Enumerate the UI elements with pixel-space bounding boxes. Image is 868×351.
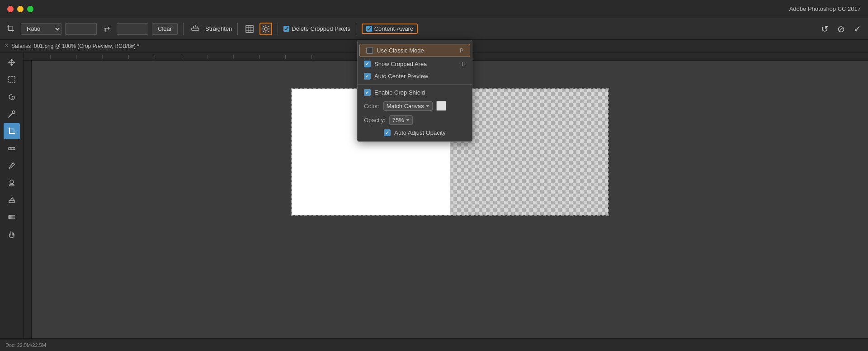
minimize-button[interactable]	[17, 6, 24, 12]
show-cropped-area-label: Show Cropped Area	[374, 61, 427, 67]
svg-point-9	[264, 28, 267, 30]
opacity-chevron-icon	[406, 119, 410, 121]
svg-rect-20	[9, 200, 14, 203]
eraser-tool-button[interactable]	[4, 192, 20, 208]
svg-rect-18	[9, 185, 14, 186]
separator-1	[183, 23, 184, 35]
color-swatch[interactable]	[436, 101, 446, 111]
content-aware-label[interactable]: Content-Aware	[366, 25, 413, 32]
left-toolbar	[0, 52, 24, 351]
auto-adjust-opacity-checkbox[interactable]	[384, 129, 391, 136]
ratio-select[interactable]: Ratio	[21, 23, 61, 35]
ruler-measure-button[interactable]	[4, 140, 20, 157]
document-tab-title[interactable]: Safariss_001.png @ 100% (Crop Preview, R…	[11, 43, 139, 49]
gear-dropdown-menu: Use Classic Mode P Show Cropped Area H A…	[357, 40, 472, 142]
height-input[interactable]	[117, 23, 148, 35]
selection-tool-button[interactable]	[4, 71, 20, 88]
stamp-tool-button[interactable]	[4, 175, 20, 191]
close-button[interactable]	[7, 6, 14, 12]
content-aware-container: Content-Aware	[362, 24, 418, 34]
menu-separator-1	[358, 84, 472, 85]
straighten-label: Straighten	[205, 25, 232, 32]
hand-tool-button[interactable]	[4, 226, 20, 242]
traffic-lights	[7, 6, 33, 12]
confirm-button[interactable]: ✓	[851, 23, 863, 35]
canvas-image-right	[450, 89, 608, 215]
svg-line-11	[9, 113, 13, 117]
show-cropped-area-checkbox[interactable]	[364, 61, 371, 67]
content-aware-checkbox[interactable]	[366, 26, 372, 32]
opacity-value: 75%	[392, 117, 404, 123]
grid-overlay-icon[interactable]	[243, 23, 256, 35]
gradient-tool-button[interactable]	[4, 209, 20, 225]
use-classic-mode-label: Use Classic Mode	[377, 47, 424, 54]
title-bar: Adobe Photoshop CC 2017	[0, 0, 868, 18]
use-classic-mode-item[interactable]: Use Classic Mode P	[359, 44, 470, 57]
auto-center-preview-checkbox[interactable]	[364, 73, 371, 80]
ruler-vertical	[24, 61, 32, 351]
auto-center-preview-label: Auto Center Preview	[374, 73, 428, 80]
opacity-dropdown[interactable]: 75%	[389, 115, 413, 125]
maximize-button[interactable]	[27, 6, 33, 12]
tab-close-button[interactable]: ✕	[5, 43, 9, 49]
color-dropdown[interactable]: Match Canvas	[383, 101, 433, 111]
show-cropped-area-item[interactable]: Show Cropped Area H	[358, 58, 472, 70]
svg-rect-21	[9, 215, 15, 219]
svg-rect-10	[9, 76, 15, 83]
separator-2	[237, 23, 238, 35]
move-tool-button[interactable]	[4, 54, 20, 71]
delete-cropped-checkbox[interactable]	[283, 26, 289, 32]
straighten-icon[interactable]	[189, 23, 202, 35]
status-bar: Doc: 22.5M/22.5M	[0, 338, 868, 351]
undo-button[interactable]: ↺	[818, 23, 831, 35]
enable-crop-shield-checkbox[interactable]	[364, 89, 371, 96]
delete-cropped-label[interactable]: Delete Cropped Pixels	[283, 25, 350, 32]
auto-center-preview-item[interactable]: Auto Center Preview	[358, 70, 472, 82]
status-text: Doc: 22.5M/22.5M	[5, 342, 46, 348]
gear-settings-button[interactable]	[259, 23, 272, 35]
svg-rect-4	[246, 25, 253, 33]
svg-rect-0	[192, 28, 199, 30]
color-label: Color:	[364, 103, 380, 109]
svg-point-17	[10, 180, 14, 184]
swap-icon[interactable]: ⇄	[100, 23, 113, 35]
magic-wand-button[interactable]	[4, 106, 20, 122]
app-title: Adobe Photoshop CC 2017	[789, 5, 861, 12]
separator-4	[356, 23, 356, 35]
width-input[interactable]	[65, 23, 97, 35]
opacity-label: Opacity:	[364, 117, 386, 123]
lasso-tool-button[interactable]	[4, 89, 20, 105]
opacity-row: Opacity: 75%	[358, 113, 472, 127]
color-row: Color: Match Canvas	[358, 99, 472, 113]
enable-crop-shield-item[interactable]: Enable Crop Shield	[358, 86, 472, 99]
auto-adjust-opacity-item[interactable]: Auto Adjust Opacity	[358, 127, 472, 138]
use-classic-mode-checkbox[interactable]	[366, 47, 373, 54]
crop-tool-active-button[interactable]	[4, 123, 20, 139]
brush-tool-button[interactable]	[4, 157, 20, 174]
enable-crop-shield-label: Enable Crop Shield	[374, 89, 425, 96]
color-chevron-icon	[426, 105, 429, 107]
auto-adjust-opacity-label: Auto Adjust Opacity	[394, 129, 445, 136]
crop-tool-icon[interactable]	[5, 23, 17, 35]
clear-button[interactable]: Clear	[152, 23, 178, 35]
color-value: Match Canvas	[387, 103, 424, 109]
svg-point-12	[12, 111, 15, 114]
use-classic-mode-shortcut: P	[460, 47, 463, 54]
separator-3	[278, 23, 278, 35]
main-toolbar: Ratio ⇄ Clear Straighten	[0, 18, 868, 40]
show-cropped-area-shortcut: H	[462, 61, 466, 67]
cancel-button[interactable]: ⊘	[835, 23, 847, 35]
